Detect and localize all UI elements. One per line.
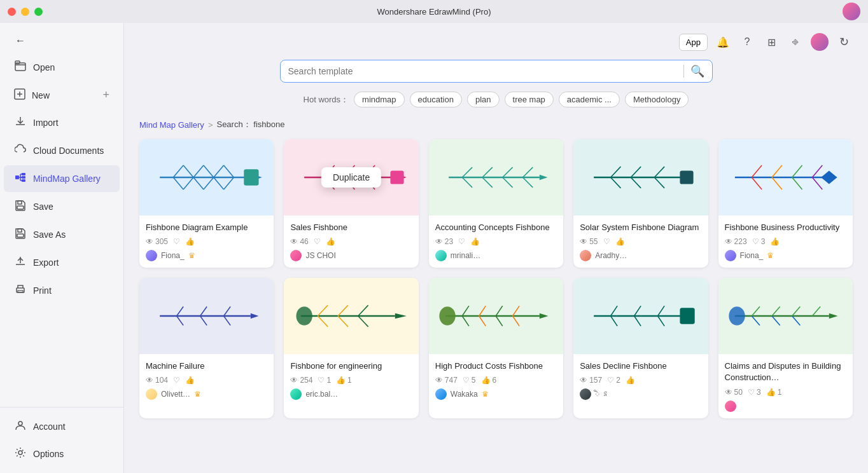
- card-fishbone-example[interactable]: Fishbone Diagram Example 👁 305 ♡ 👍 Fiona…: [139, 139, 274, 268]
- sidebar-item-cloud[interactable]: Cloud Documents: [4, 137, 120, 164]
- minimize-button[interactable]: [21, 8, 29, 16]
- svg-rect-21: [680, 170, 693, 184]
- card-fishbone-engineering[interactable]: Fishbone for engineering 👁 254 ♡ 1 👍 1 e…: [284, 278, 418, 418]
- card-sales-decline[interactable]: Sales Decline Fishbone 👁 157 ♡ 2 👍 ិ ន: [573, 278, 708, 418]
- help-button[interactable]: ?: [738, 33, 756, 51]
- saveas-icon: [14, 228, 27, 242]
- export-icon: [14, 256, 27, 270]
- card-thumb-4: [718, 139, 853, 216]
- cloud-icon: [14, 144, 27, 158]
- refresh-button[interactable]: ↻: [835, 33, 853, 51]
- card-accounting-fishbone[interactable]: Accounting Concepts Fishbone 👁 23 ♡ 👍 mr…: [429, 139, 563, 268]
- open-icon: [14, 60, 27, 74]
- views-2: 👁 23: [435, 237, 453, 246]
- sidebar-item-export[interactable]: Export: [4, 249, 120, 276]
- thumb-1: 👍: [326, 237, 335, 246]
- close-button[interactable]: [8, 8, 16, 16]
- app-label: App: [686, 38, 701, 47]
- sidebar-item-mindmap[interactable]: MindMap Gallery: [4, 165, 120, 192]
- svg-point-14: [18, 451, 22, 455]
- maximize-button[interactable]: [34, 8, 43, 16]
- card-high-product-costs[interactable]: High Product Costs Fishbone 👁 747 ♡ 5 👍 …: [429, 278, 563, 418]
- heart-7: ♡ 5: [463, 376, 476, 385]
- author-name-6: eric.bal…: [305, 390, 338, 399]
- author-name-3: Aradhy…: [595, 251, 627, 260]
- card-author-7: Wakaka ♛: [435, 388, 557, 400]
- app-title: Wondershare EdrawMind (Pro): [377, 7, 491, 17]
- sidebar-item-saveas[interactable]: Save As: [4, 221, 120, 248]
- card-stats-2: 👁 23 ♡ 👍: [435, 237, 557, 246]
- svg-marker-25: [395, 313, 407, 319]
- hotword-academic[interactable]: academic ...: [559, 92, 620, 107]
- author-name-5: Olivett…: [161, 390, 190, 399]
- breadcrumb-separator: >: [208, 120, 213, 130]
- card-claims-disputes[interactable]: Claims and Disputes in Building Construc…: [718, 278, 853, 418]
- hotword-plan[interactable]: plan: [467, 92, 500, 107]
- card-fishbone-biz[interactable]: Fishbone Business Productivity 👁 223 ♡ 3…: [718, 139, 853, 268]
- sidebar-item-back[interactable]: ←: [4, 29, 120, 53]
- svg-rect-18: [390, 170, 403, 184]
- card-info-1: Sales Fishbone 👁 46 ♡ 👍 JS CHOI: [284, 216, 418, 268]
- sidebar-item-account[interactable]: Account: [4, 413, 120, 440]
- options-icon: [14, 447, 27, 461]
- user-avatar[interactable]: [843, 3, 860, 20]
- views-9: 👁 50: [725, 388, 743, 397]
- hotword-methodology[interactable]: Methodology: [625, 92, 689, 107]
- views-5: 👁 104: [146, 376, 168, 385]
- author-name-1: JS CHOI: [305, 251, 335, 260]
- heart-5: ♡: [173, 376, 180, 385]
- card-machine-failure[interactable]: Machine Failure 👁 104 ♡ 👍 Olivett… ♛: [139, 278, 274, 418]
- sidebar-item-save[interactable]: Save: [4, 193, 120, 220]
- card-info-5: Machine Failure 👁 104 ♡ 👍 Olivett… ♛: [139, 354, 274, 406]
- svg-rect-12: [18, 291, 23, 292]
- author-avatar-3: [580, 250, 591, 261]
- sidebar-item-new[interactable]: New +: [4, 82, 120, 108]
- search-area: 🔍 Hot words： mindmap education plan tree…: [139, 60, 853, 107]
- save-icon: [14, 200, 27, 214]
- print-label: Print: [33, 285, 52, 296]
- svg-rect-7: [18, 201, 22, 204]
- svg-rect-30: [680, 308, 694, 324]
- svg-point-28: [440, 306, 456, 326]
- search-button[interactable]: 🔍: [690, 64, 704, 78]
- svg-rect-9: [18, 229, 22, 232]
- views-1: 46: [300, 237, 308, 246]
- sidebar-item-open[interactable]: Open: [4, 54, 120, 81]
- notification-button[interactable]: 🔔: [714, 33, 732, 51]
- mindmap-icon: [14, 172, 27, 186]
- grid-button[interactable]: ⊞: [762, 33, 780, 51]
- duplicate-label: Duplicate: [333, 172, 370, 182]
- sidebar-item-import[interactable]: Import: [4, 109, 120, 136]
- card-sales-fishbone[interactable]: Duplicate Sales Fishbone 👁 46 ♡ 👍 JS CHO…: [284, 139, 418, 268]
- duplicate-overlay[interactable]: Duplicate: [321, 167, 381, 188]
- card-author-5: Olivett… ♛: [146, 388, 267, 400]
- card-title-4: Fishbone Business Productivity: [725, 222, 846, 233]
- card-author-1: JS CHOI: [290, 250, 412, 261]
- sidebar-item-print[interactable]: Print: [4, 277, 120, 304]
- titlebar-right: [843, 3, 860, 20]
- hotword-education[interactable]: education: [410, 92, 462, 107]
- card-solar-fishbone[interactable]: Solar System Fishbone Diagram 👁 55 ♡ 👍 A…: [573, 139, 708, 268]
- author-avatar-9: [725, 401, 736, 412]
- breadcrumb-search: Search： fishbone: [216, 119, 284, 130]
- sidebar-item-options[interactable]: Options: [4, 441, 120, 467]
- hotword-mindmap[interactable]: mindmap: [354, 92, 404, 107]
- breadcrumb-gallery[interactable]: Mind Map Gallery: [139, 120, 204, 130]
- views-4: 👁 223: [725, 237, 747, 246]
- app-button[interactable]: App: [679, 34, 708, 51]
- toolbar-avatar[interactable]: [811, 33, 829, 51]
- crown-icon-4: ♛: [767, 251, 774, 260]
- hotword-treemap[interactable]: tree map: [505, 92, 554, 107]
- hotwords-label: Hot words：: [304, 94, 349, 106]
- window-controls: [8, 8, 43, 16]
- card-title-2: Accounting Concepts Fishbone: [435, 222, 557, 233]
- search-input[interactable]: [288, 66, 677, 76]
- search-prefix: Search：: [216, 120, 251, 129]
- back-icon: ←: [14, 35, 27, 46]
- views-3: 👁 55: [580, 237, 598, 246]
- views-icon-1: 👁 46: [290, 237, 308, 246]
- share-button[interactable]: ⎆: [787, 33, 804, 51]
- author-avatar-1: [290, 250, 302, 261]
- card-title-6: Fishbone for engineering: [290, 360, 412, 372]
- hotwords-row: Hot words： mindmap education plan tree m…: [304, 92, 689, 107]
